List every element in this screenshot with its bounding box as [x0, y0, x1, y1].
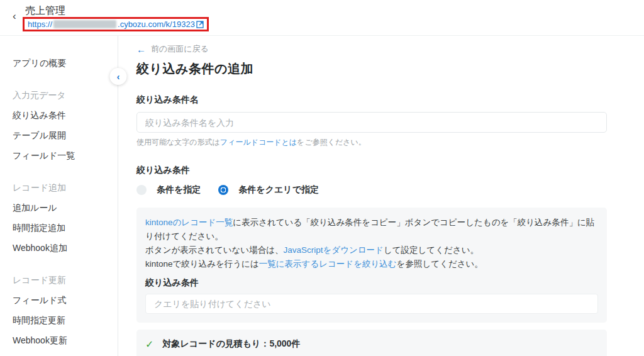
- external-link-icon[interactable]: [196, 21, 204, 28]
- help-text-post: をご参照ください。: [297, 138, 366, 147]
- app-header: ‹ 売上管理 https:// .cybozu.com/k/19323: [0, 0, 644, 36]
- record-estimate-text: 対象レコードの見積もり：5,000件: [162, 338, 300, 350]
- sidebar-section-record-update: レコード更新: [0, 270, 118, 290]
- query-input[interactable]: [145, 294, 598, 314]
- record-estimate-panel: ✓ 対象レコードの見積もり：5,000件: [136, 330, 607, 356]
- javascript-download-link[interactable]: JavaScriptをダウンロード: [283, 245, 383, 255]
- sidebar-item-field-expression[interactable]: フィールド式: [0, 290, 118, 310]
- main-content: ← 前の画面に戻る 絞り込み条件の追加 絞り込み条件名 使用可能な文字の形式はフ…: [118, 36, 644, 356]
- sidebar-section-input-source: 入力元データ: [0, 85, 118, 105]
- url-annotation-box: https:// .cybozu.com/k/19323: [23, 17, 209, 31]
- info-line-2-pre: ボタンが表示されていない場合は、: [145, 245, 283, 255]
- sidebar-item-filter-conditions[interactable]: 絞り込み条件: [0, 105, 118, 125]
- radio-specify-by-query[interactable]: 条件をクエリで指定: [218, 184, 319, 196]
- sidebar-item-webhook-add[interactable]: Webhook追加: [0, 238, 118, 258]
- info-line-2-post: して設定してください。: [384, 245, 479, 255]
- sidebar-item-app-overview[interactable]: アプリの概要: [0, 53, 118, 73]
- back-arrow-icon: ←: [136, 44, 146, 55]
- url-suffix: .cybozu.com/k/19323: [118, 19, 195, 29]
- radio-specify-label: 条件を指定: [157, 184, 201, 196]
- radio-unchecked-icon[interactable]: [136, 185, 147, 195]
- sidebar-item-webhook-update[interactable]: Webhook更新: [0, 330, 118, 350]
- header-back-chevron-icon[interactable]: ‹: [13, 11, 16, 21]
- filter-records-help-link[interactable]: 一覧に表示するレコードを絞り込む: [259, 259, 397, 269]
- field-code-help-link[interactable]: フィールドコードとは: [220, 138, 297, 147]
- info-line-1: kintoneのレコード一覧に表示されている「絞り込み条件をコピー」ボタンでコピ…: [145, 216, 598, 243]
- info-line-3-pre: kintoneで絞り込みを行うには: [145, 259, 259, 269]
- info-line-3: kintoneで絞り込みを行うには一覧に表示するレコードを絞り込むを参照してくだ…: [145, 257, 598, 271]
- radio-query-label: 条件をクエリで指定: [238, 184, 319, 196]
- help-text-pre: 使用可能な文字の形式は: [136, 138, 220, 147]
- sidebar-item-scheduled-update[interactable]: 時間指定更新: [0, 310, 118, 330]
- sidebar-item-scheduled-add[interactable]: 時間指定追加: [0, 218, 118, 238]
- url-redaction-blur: [53, 20, 116, 28]
- app-title: 売上管理: [25, 4, 65, 18]
- filter-name-input[interactable]: [136, 112, 607, 133]
- app-url-link[interactable]: https:// .cybozu.com/k/19323: [28, 19, 204, 29]
- sidebar: アプリの概要 入力元データ 絞り込み条件 テーブル展開 フィールド一覧 レコード…: [0, 36, 118, 356]
- sidebar-item-add-rules[interactable]: 追加ルール: [0, 197, 118, 218]
- sidebar-item-field-list[interactable]: フィールド一覧: [0, 145, 118, 165]
- condition-radio-group: 条件を指定 条件をクエリで指定: [136, 184, 607, 196]
- check-icon: ✓: [145, 338, 153, 350]
- query-info-panel: kintoneのレコード一覧に表示されている「絞り込み条件をコピー」ボタンでコピ…: [136, 208, 607, 323]
- radio-checked-icon[interactable]: [218, 185, 228, 195]
- sidebar-item-table-expand[interactable]: テーブル展開: [0, 125, 118, 145]
- filter-name-label: 絞り込み条件名: [136, 94, 607, 106]
- info-line-3-post: を参照してください。: [397, 259, 483, 269]
- page-title: 絞り込み条件の追加: [136, 60, 607, 77]
- filter-condition-label: 絞り込み条件: [136, 165, 607, 176]
- filter-name-help: 使用可能な文字の形式はフィールドコードとはをご参照ください。: [136, 137, 607, 148]
- app-settings-page: ‹ 売上管理 https:// .cybozu.com/k/19323 ‹ アプ…: [0, 0, 644, 356]
- sidebar-section-record-add: レコード追加: [0, 177, 118, 197]
- kintone-record-list-link[interactable]: kintoneのレコード一覧: [145, 218, 233, 227]
- back-to-previous-link[interactable]: ← 前の画面に戻る: [136, 43, 607, 55]
- sidebar-collapse-button[interactable]: ‹: [110, 68, 127, 85]
- info-line-2: ボタンが表示されていない場合は、JavaScriptをダウンロードして設定してく…: [145, 243, 598, 257]
- radio-specify-condition[interactable]: 条件を指定: [136, 184, 201, 196]
- back-link-label: 前の画面に戻る: [151, 43, 209, 55]
- url-prefix: https://: [28, 19, 52, 29]
- query-field-label: 絞り込み条件: [145, 277, 598, 289]
